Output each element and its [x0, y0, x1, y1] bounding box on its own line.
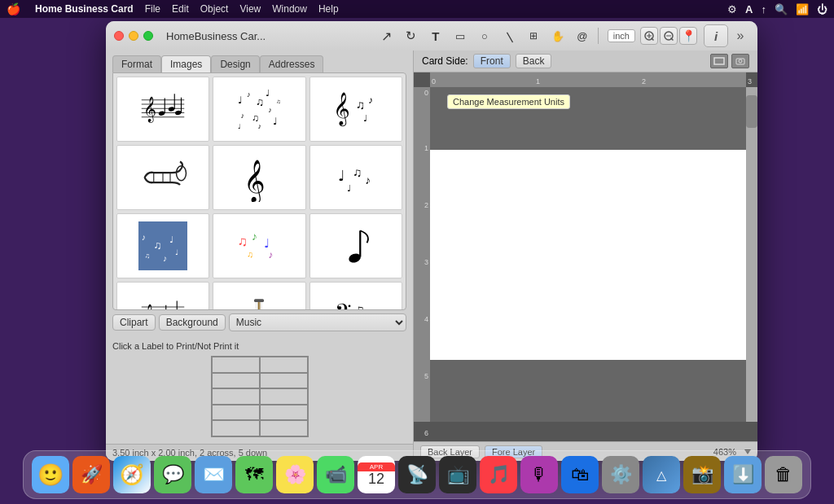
- image-cell-1[interactable]: 𝄞: [116, 77, 209, 142]
- image-cell-6[interactable]: ♩ ♫ ♪ ♩: [309, 145, 402, 210]
- dock-appstore[interactable]: 🛍: [561, 456, 599, 493]
- maximize-button[interactable]: [143, 31, 153, 41]
- label-cell-2[interactable]: [260, 357, 308, 373]
- power-icon[interactable]: ⏻: [817, 3, 827, 15]
- grid-tool[interactable]: ⊞: [522, 25, 545, 46]
- category-select[interactable]: Music: [229, 313, 406, 331]
- background-button[interactable]: Background: [159, 314, 226, 331]
- dock-maps[interactable]: 🗺: [235, 456, 273, 493]
- svg-text:♫: ♫: [247, 249, 253, 259]
- image-cell-10[interactable]: 𝄞: [116, 282, 209, 310]
- label-cell-5[interactable]: [212, 388, 260, 405]
- dock-downloads[interactable]: ⬇️: [724, 456, 762, 493]
- more-button[interactable]: »: [731, 25, 749, 46]
- image-cell-9[interactable]: [309, 213, 402, 278]
- svg-text:♫: ♫: [257, 96, 265, 108]
- dock-appletv[interactable]: 📺: [439, 456, 476, 493]
- line-tool[interactable]: |: [494, 21, 524, 50]
- image-cell-7[interactable]: ♪ ♫ ♩ ♫ ♪ ♩: [116, 213, 209, 278]
- ellipse-tool[interactable]: ○: [473, 25, 496, 46]
- location-button[interactable]: 📍: [679, 27, 697, 45]
- dock-launchpad[interactable]: 🚀: [72, 456, 110, 493]
- label-cell-9[interactable]: [212, 420, 260, 436]
- dock-podcasts[interactable]: 🎙: [520, 456, 558, 493]
- dock-airdrop[interactable]: 📡: [398, 456, 436, 493]
- dock-altimeter[interactable]: △: [643, 456, 680, 493]
- clipart-button[interactable]: Clipart: [112, 314, 156, 331]
- pointer-tool[interactable]: ↗: [375, 25, 398, 46]
- menu-edit[interactable]: Edit: [172, 3, 189, 15]
- text-tool[interactable]: T: [424, 25, 447, 46]
- zoom-out-button[interactable]: [660, 27, 678, 45]
- ruler-mark-left-6: 6: [424, 429, 428, 437]
- image-cell-8[interactable]: ♫ ♪ ♩ ♫ ♪: [213, 213, 305, 278]
- menu-view[interactable]: View: [239, 3, 261, 15]
- main-content: Format Images Design Addresses: [106, 50, 757, 461]
- svg-rect-63: [331, 221, 380, 270]
- at-tool[interactable]: @: [571, 25, 594, 46]
- tab-design[interactable]: Design: [211, 55, 259, 72]
- dock-calendar[interactable]: APR 12: [358, 456, 395, 493]
- menu-help[interactable]: Help: [318, 3, 339, 15]
- minimize-button[interactable]: [129, 31, 138, 41]
- back-side-button[interactable]: Back: [516, 54, 552, 68]
- view-camera-icon[interactable]: [731, 54, 749, 68]
- dock-photos[interactable]: 🌸: [276, 456, 314, 493]
- label-cell-1[interactable]: [212, 357, 260, 373]
- svg-text:♫: ♫: [353, 165, 362, 179]
- dock-trash[interactable]: 🗑: [765, 456, 802, 493]
- dock-messages[interactable]: 💬: [154, 456, 191, 493]
- airdrop-icon[interactable]: ↑: [762, 3, 767, 15]
- card-side-bar: Card Side: Front Back: [414, 50, 757, 72]
- tab-images[interactable]: Images: [161, 55, 211, 72]
- vertical-scrollbar[interactable]: [746, 87, 757, 422]
- menu-object[interactable]: Object: [200, 3, 229, 15]
- hand-tool[interactable]: ✋: [546, 25, 569, 46]
- svg-text:♫: ♫: [354, 302, 364, 310]
- svg-text:♩: ♩: [238, 94, 243, 106]
- apple-icon[interactable]: 🍎: [7, 2, 20, 15]
- menubar-right: ⚙ A ↑ 🔍 📶 ⏻: [727, 3, 827, 15]
- front-side-button[interactable]: Front: [473, 54, 511, 68]
- label-cell-6[interactable]: [260, 388, 308, 405]
- view-normal-icon[interactable]: [710, 54, 728, 68]
- dock-photos2[interactable]: 📸: [683, 456, 721, 493]
- menu-window[interactable]: Window: [272, 3, 307, 15]
- label-cell-3[interactable]: [212, 373, 260, 389]
- svg-rect-93: [714, 58, 724, 64]
- image-cell-4[interactable]: [116, 145, 209, 210]
- ruler-mark-1: 1: [536, 77, 540, 85]
- close-button[interactable]: [114, 31, 124, 41]
- tab-addresses[interactable]: Addresses: [260, 55, 324, 72]
- dock-facetime[interactable]: 📹: [317, 456, 354, 493]
- label-cell-4[interactable]: [260, 373, 308, 389]
- info-button[interactable]: i: [704, 24, 728, 47]
- rotate-tool[interactable]: ↻: [400, 25, 423, 46]
- tab-format[interactable]: Format: [112, 55, 161, 72]
- search-icon[interactable]: 🔍: [775, 3, 788, 15]
- ruler-mark-left-4: 4: [424, 315, 428, 323]
- image-cell-11[interactable]: [213, 282, 305, 310]
- label-cell-7[interactable]: [212, 405, 260, 421]
- label-cell-10[interactable]: [260, 420, 308, 436]
- wifi-icon[interactable]: 📶: [796, 3, 809, 15]
- image-cell-5[interactable]: 𝄞: [213, 145, 305, 210]
- menu-file[interactable]: File: [145, 3, 160, 15]
- dock-safari[interactable]: 🧭: [113, 456, 151, 493]
- svg-text:♪: ♪: [269, 249, 274, 261]
- control-center-icon[interactable]: ⚙: [727, 3, 737, 15]
- image-cell-12[interactable]: 𝄢 ♫ ♩ ♪: [309, 282, 402, 310]
- zoom-in-button[interactable]: [640, 27, 658, 45]
- dock-mail[interactable]: ✉️: [195, 456, 232, 493]
- business-card[interactable]: [430, 150, 746, 360]
- image-cell-2[interactable]: ♩ ♪ ♫ ♩ ♪ ♫ ♪ ♩ ♪ ♩ ♫: [213, 77, 305, 142]
- dock-music[interactable]: 🎵: [480, 456, 517, 493]
- label-cell-8[interactable]: [260, 405, 308, 421]
- svg-text:𝄞: 𝄞: [142, 304, 155, 310]
- rectangle-tool[interactable]: ▭: [449, 25, 472, 46]
- dock-systemprefs[interactable]: ⚙️: [602, 456, 639, 493]
- image-cell-3[interactable]: 𝄞 ♫ ♩ ♪: [309, 77, 402, 142]
- dock-finder[interactable]: 🙂: [32, 456, 69, 493]
- accessibility-icon[interactable]: A: [745, 3, 753, 15]
- right-panel: Card Side: Front Back 0 1: [414, 50, 757, 461]
